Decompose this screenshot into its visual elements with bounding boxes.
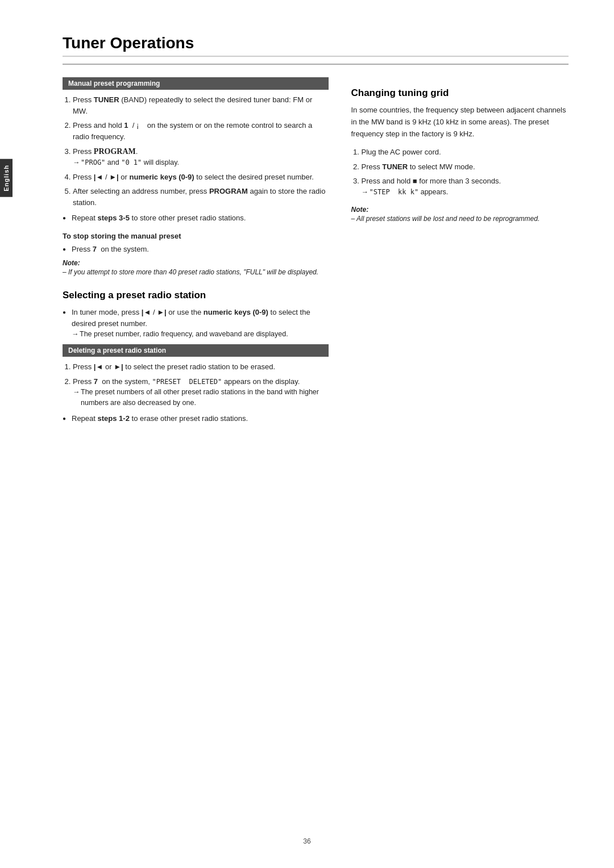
del-steps-ref: steps 1-2 xyxy=(98,414,130,423)
page: English Tuner Operations Manual preset p… xyxy=(0,0,614,868)
program-label-2: PROGRAM xyxy=(209,187,248,195)
sel-keys-right: ►| xyxy=(157,308,167,316)
deleting-repeat: Repeat steps 1-2 to erase other preset r… xyxy=(63,413,329,424)
selecting-preset-title: Selecting a preset radio station xyxy=(63,290,329,301)
del-key-7: 7 xyxy=(94,377,98,386)
note-text-2: – All preset stations will be lost and n… xyxy=(351,214,569,224)
selecting-preset-bullet: In tuner mode, press |◄ / ►| or use the … xyxy=(63,307,329,340)
manual-step-5: After selecting an address number, press… xyxy=(73,186,329,208)
manual-step-3: Press PROGRAM. "PROG" and "0 1" will dis… xyxy=(73,145,329,168)
manual-step-4: Press |◄ / ►| or numeric keys (0-9) to s… xyxy=(73,172,329,183)
grid-step3-arrow: "STEP kk k" appears. xyxy=(362,187,569,198)
title-divider xyxy=(63,64,569,65)
grid-step-2: Press TUNER to select MW mode. xyxy=(362,161,569,173)
note-text-1: – If you attempt to store more than 40 p… xyxy=(63,267,329,277)
repeat-bullet: Repeat steps 3-5 to store other preset r… xyxy=(63,212,329,224)
stop-storing-header: To stop storing the manual preset xyxy=(63,232,329,240)
step4-keys-right: ►| xyxy=(109,173,119,181)
changing-grid-title: Changing tuning grid xyxy=(351,87,569,99)
deleting-arrow: The preset numbers of all other preset r… xyxy=(73,387,329,408)
deleting-preset-header: Deleting a preset radio station xyxy=(63,344,329,357)
step3-arrow: "PROG" and "0 1" will display. xyxy=(73,157,329,168)
step2-key: 1 xyxy=(124,121,128,130)
tuner-label: TUNER xyxy=(94,95,119,104)
del-key-left: |◄ xyxy=(94,362,103,371)
manual-preset-header: Manual preset programming xyxy=(63,77,329,90)
preset-deleted-text: "PRESET DELETED" xyxy=(152,378,222,386)
grid-step-1: Plug the AC power cord. xyxy=(362,147,569,158)
two-column-layout: Manual preset programming Press TUNER (B… xyxy=(63,75,569,428)
program-label-1: PROGRAM xyxy=(94,147,136,156)
grid-step-3: Press and hold ■ for more than 3 seconds… xyxy=(362,176,569,197)
key-7: 7 xyxy=(93,245,97,253)
deleting-step-1: Press |◄ or ►| to select the preset radi… xyxy=(73,361,329,373)
note-label-2: Note: xyxy=(351,206,569,214)
selecting-arrow: The preset number, radio frequency, and … xyxy=(72,329,329,340)
manual-step-1: Press TUNER (BAND) repeatedly to select … xyxy=(73,94,329,116)
changing-grid-steps: Plug the AC power cord. Press TUNER to s… xyxy=(351,147,569,197)
sel-numeric: numeric keys (0-9) xyxy=(204,308,268,316)
changing-grid-intro: In some countries, the frequency step be… xyxy=(351,105,569,140)
changing-grid-note: Note: – All preset stations will be lost… xyxy=(351,206,569,224)
step4-keys-left: |◄ xyxy=(94,173,103,181)
manual-preset-bullets: Repeat steps 3-5 to store other preset r… xyxy=(63,212,329,224)
sel-keys-left: |◄ xyxy=(142,308,151,316)
deleting-step-2: Press 7 on the system, "PRESET DELETED" … xyxy=(73,376,329,408)
page-number: 36 xyxy=(303,837,310,845)
right-column: Changing tuning grid In some countries, … xyxy=(351,75,569,428)
selecting-preset-bullets: In tuner mode, press |◄ / ►| or use the … xyxy=(63,307,329,340)
left-column: Manual preset programming Press TUNER (B… xyxy=(63,75,329,428)
steps-ref: steps 3-5 xyxy=(98,214,130,222)
deleting-repeat-bullet: Repeat steps 1-2 to erase other preset r… xyxy=(63,413,329,424)
del-key-right: ►| xyxy=(114,362,123,371)
manual-preset-note: Note: – If you attempt to store more tha… xyxy=(63,259,329,277)
manual-step-2: Press and hold 1 / ¡ on the system or on… xyxy=(73,120,329,142)
page-title: Tuner Operations xyxy=(63,34,569,57)
stop-storing-bullet: Press 7 on the system. xyxy=(63,244,329,255)
deleting-steps: Press |◄ or ►| to select the preset radi… xyxy=(63,361,329,408)
step4-numeric: numeric keys (0-9) xyxy=(130,173,194,181)
note-label-1: Note: xyxy=(63,259,329,267)
stop-storing-bullets: Press 7 on the system. xyxy=(63,244,329,255)
english-tab: English xyxy=(0,159,13,197)
stop-button: ■ xyxy=(413,177,417,185)
tuner-label-2: TUNER xyxy=(382,162,408,171)
manual-preset-steps: Press TUNER (BAND) repeatedly to select … xyxy=(63,94,329,208)
